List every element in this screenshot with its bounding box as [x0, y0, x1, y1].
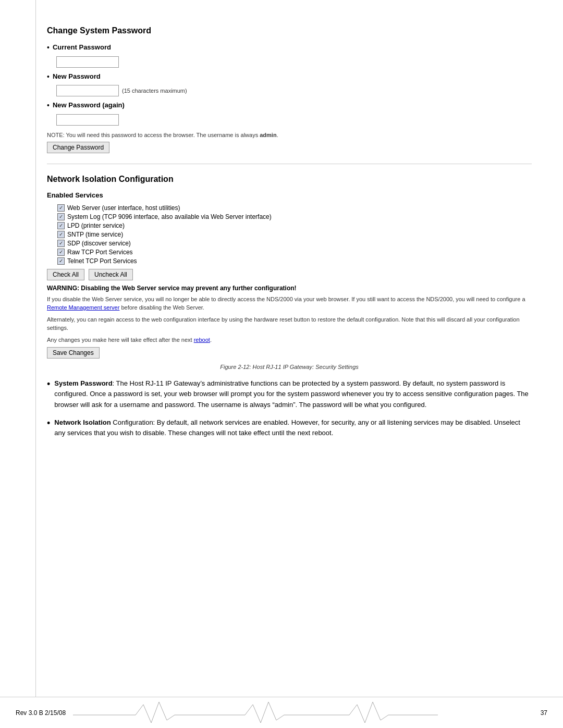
save-changes-button[interactable]: Save Changes — [47, 347, 100, 359]
network-isolation-title: Network Isolation Configuration — [47, 175, 532, 184]
checkbox-sdp[interactable]: ✓ — [57, 240, 65, 247]
checkbox-sntp[interactable]: ✓ — [57, 231, 65, 238]
footer-page-number: 37 — [541, 709, 547, 717]
checkmark-lpd: ✓ — [59, 223, 63, 228]
service-label-rawtcp: Raw TCP Port Services — [67, 249, 133, 256]
char-limit-note: (15 characters maximum) — [122, 88, 187, 94]
body-text-section: • System Password: The Host RJ-11 IP Gat… — [47, 378, 532, 438]
checkmark-syslog: ✓ — [59, 214, 63, 219]
bullet-dot-3: • — [47, 101, 50, 111]
bullet-dot-1: • — [47, 43, 50, 53]
new-password-again-label-row: • New Password (again) — [47, 101, 532, 111]
new-password-input[interactable] — [56, 85, 119, 96]
warning-text: WARNING: Disabling the Web Server servic… — [47, 285, 532, 292]
service-label-sdp: SDP (discover service) — [67, 240, 131, 247]
warning-paragraph-3: Any changes you make here will take effe… — [47, 336, 532, 344]
term-system-password: System Password — [54, 379, 112, 387]
footer: Rev 3.0 B 2/15/08 37 — [0, 697, 563, 728]
body-bullet-dot-1: • — [47, 378, 50, 390]
footer-rev: Rev 3.0 B 2/15/08 — [16, 709, 66, 717]
new-password-label-row: • New Password — [47, 72, 532, 82]
password-note: NOTE: You will need this password to acc… — [47, 132, 278, 138]
body-bullet-2: • Network Isolation Configuration: By de… — [47, 417, 532, 438]
checkbox-lpd[interactable]: ✓ — [57, 222, 65, 229]
service-label-telnet: Telnet TCP Port Services — [67, 257, 137, 265]
checkbox-rawtcp[interactable]: ✓ — [57, 249, 65, 256]
service-label-lpd: LPD (printer service) — [67, 222, 125, 229]
enabled-services-title: Enabled Services — [47, 191, 532, 199]
checkbox-telnet[interactable]: ✓ — [57, 257, 65, 265]
reboot-link[interactable]: reboot — [194, 337, 210, 343]
change-password-title: Change System Password — [47, 26, 532, 35]
service-label-sntp: SNTP (time service) — [67, 231, 123, 238]
body-text-2-content: Configuration: By default, all network s… — [54, 418, 520, 437]
service-item-telnet: ✓ Telnet TCP Port Services — [57, 257, 532, 265]
body-bullet-text-2: Network Isolation Configuration: By defa… — [54, 417, 532, 438]
new-password-again-label: New Password (again) — [53, 101, 125, 110]
remote-mgmt-link[interactable]: Remote Management server — [47, 304, 119, 311]
body-bullet-text-1: System Password: The Host RJ-11 IP Gatew… — [54, 378, 532, 410]
service-item-sdp: ✓ SDP (discover service) — [57, 240, 532, 247]
network-isolation-section: Network Isolation Configuration Enabled … — [47, 175, 532, 359]
checkbox-syslog[interactable]: ✓ — [57, 213, 65, 220]
left-margin-border — [35, 0, 36, 697]
checkmark-sntp: ✓ — [59, 232, 63, 237]
body-bullet-dot-2: • — [47, 417, 50, 429]
service-item-webserver: ✓ Web Server (user interface, host utili… — [57, 204, 532, 212]
current-password-input[interactable] — [56, 56, 119, 68]
checkmark-rawtcp: ✓ — [59, 250, 63, 255]
page-container: Change System Password • Current Passwor… — [0, 0, 563, 728]
change-password-section: Change System Password • Current Passwor… — [47, 26, 532, 153]
service-label-syslog: System Log (TCP 9096 interface, also ava… — [67, 213, 272, 220]
bullet-dot-2: • — [47, 72, 50, 82]
checkbox-webserver[interactable]: ✓ — [57, 204, 65, 212]
check-all-button[interactable]: Check All — [47, 269, 84, 280]
checkmark-telnet: ✓ — [59, 258, 63, 264]
service-label-webserver: Web Server (user interface, host utiliti… — [67, 204, 180, 212]
service-item-sntp: ✓ SNTP (time service) — [57, 231, 532, 238]
uncheck-all-button[interactable]: Uncheck All — [89, 269, 133, 280]
checkmark-sdp: ✓ — [59, 241, 63, 246]
check-uncheck-row: Check All Uncheck All — [47, 269, 532, 280]
current-password-label: Current Password — [53, 43, 111, 52]
service-item-lpd: ✓ LPD (printer service) — [57, 222, 532, 229]
current-password-label-row: • Current Password — [47, 43, 532, 53]
term-network-isolation: Network Isolation — [54, 418, 111, 426]
body-text-1-content: : The Host RJ-11 IP Gateway’s administra… — [54, 379, 528, 408]
new-password-label: New Password — [53, 72, 101, 81]
figure-caption: Figure 2-12: Host RJ-11 IP Gateway: Secu… — [47, 364, 532, 370]
services-list: ✓ Web Server (user interface, host utili… — [47, 204, 532, 265]
warning-paragraph-1: If you disable the Web Server service, y… — [47, 295, 532, 312]
section-divider — [47, 164, 532, 164]
service-item-syslog: ✓ System Log (TCP 9096 interface, also a… — [57, 213, 532, 220]
change-password-button[interactable]: Change Password — [47, 142, 109, 153]
warning-paragraph-2: Alternately, you can regain access to th… — [47, 315, 532, 332]
new-password-again-input[interactable] — [56, 114, 119, 126]
ekg-decoration — [73, 699, 438, 725]
checkmark-webserver: ✓ — [59, 205, 63, 211]
body-bullet-1: • System Password: The Host RJ-11 IP Gat… — [47, 378, 532, 410]
service-item-rawtcp: ✓ Raw TCP Port Services — [57, 249, 532, 256]
main-content: Change System Password • Current Passwor… — [47, 0, 532, 438]
